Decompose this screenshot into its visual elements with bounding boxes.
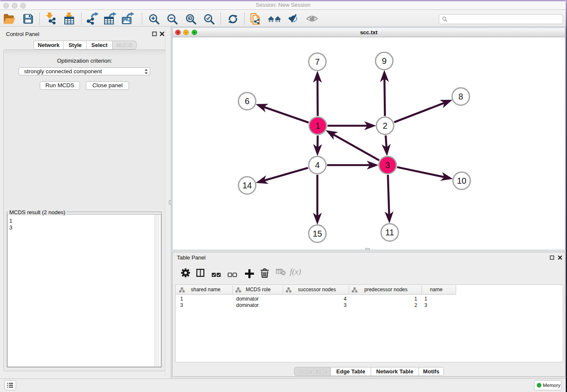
svg-text:2: 2	[383, 121, 387, 130]
svg-text:9: 9	[382, 56, 386, 66]
svg-text:3: 3	[385, 160, 390, 170]
svg-text:15: 15	[313, 229, 322, 238]
svg-text:8: 8	[458, 92, 463, 101]
svg-text:1: 1	[315, 121, 320, 130]
svg-text:7: 7	[315, 57, 319, 66]
svg-text:4: 4	[315, 160, 319, 170]
svg-text:6: 6	[245, 97, 249, 106]
svg-text:11: 11	[385, 228, 394, 237]
svg-text:10: 10	[457, 176, 466, 185]
svg-text:14: 14	[242, 181, 252, 190]
